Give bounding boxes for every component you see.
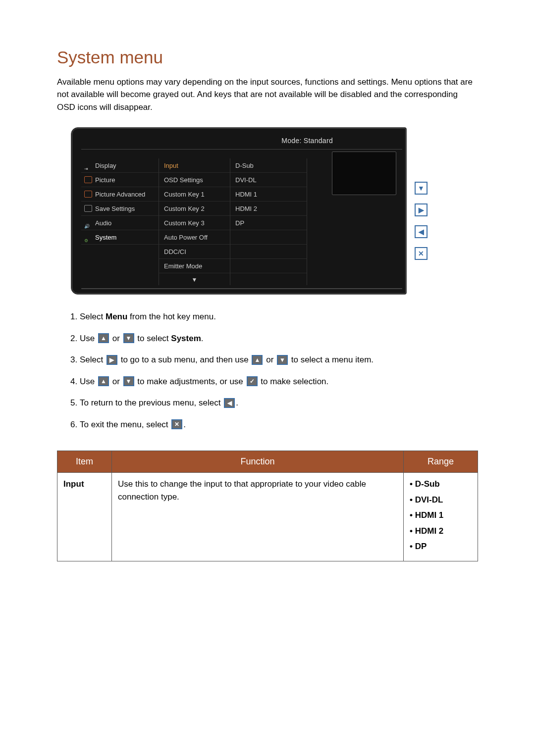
osd-value-menu: D-Sub DVI-DL HDMI 1 HDMI 2 DP — [230, 158, 307, 285]
audio-icon: 🔊 — [84, 219, 92, 226]
save-icon — [84, 205, 92, 212]
down-icon: ▼ — [123, 376, 134, 386]
osd-item-display[interactable]: ⇥Display — [81, 158, 159, 173]
osd-footer — [81, 288, 402, 290]
osd-sub-auto-power[interactable]: Auto Power Off — [159, 230, 230, 245]
range-hdmi2: HDMI 2 — [410, 525, 472, 538]
osd-sub-input[interactable]: Input — [159, 158, 230, 173]
osd-val-hdmi1[interactable]: HDMI 1 — [230, 187, 307, 202]
osd-item-picture-advanced[interactable]: Picture Advanced — [81, 187, 159, 202]
osd-val-dvidl[interactable]: DVI-DL — [230, 173, 307, 187]
osd-preview-box — [332, 151, 396, 195]
up-icon: ▲ — [252, 355, 263, 365]
osd-val-hdmi2[interactable]: HDMI 2 — [230, 202, 307, 216]
range-dsub: D-Sub — [410, 478, 472, 491]
up-icon: ▲ — [98, 376, 109, 386]
osd-panel: Mode: Standard ⇥Display Picture Picture … — [71, 127, 407, 295]
picture-adv-icon — [84, 191, 92, 198]
step-2: Use ▲ or ▼ to select System. — [80, 332, 478, 345]
side-right-button[interactable]: ▶ — [415, 203, 428, 216]
cell-item: Input — [57, 473, 112, 561]
side-down-button[interactable]: ▼ — [415, 182, 428, 195]
th-function: Function — [112, 451, 404, 473]
osd-main-menu: ⇥Display Picture Picture Advanced Save S… — [81, 158, 159, 285]
scroll-down-icon[interactable]: ▼ — [159, 273, 230, 285]
osd-item-save-settings[interactable]: Save Settings — [81, 202, 159, 216]
down-icon: ▼ — [123, 333, 134, 343]
instruction-list: Select Menu from the hot key menu. Use ▲… — [70, 310, 478, 431]
step-4: Use ▲ or ▼ to make adjustments, or use ✓… — [80, 375, 478, 388]
osd-mode-label: Mode: Standard — [81, 132, 402, 150]
range-hdmi1: HDMI 1 — [410, 509, 472, 522]
side-close-button[interactable]: ✕ — [415, 247, 428, 260]
step-5: To return to the previous menu, select ◀… — [80, 397, 478, 409]
osd-screenshot: Mode: Standard ⇥Display Picture Picture … — [71, 127, 478, 295]
osd-sub-emitter[interactable]: Emitter Mode — [159, 259, 230, 273]
osd-sub-ck1[interactable]: Custom Key 1 — [159, 187, 230, 202]
check-icon: ✓ — [247, 376, 258, 386]
osd-side-buttons: ▼ ▶ ◀ ✕ — [415, 182, 428, 260]
right-icon: ▶ — [107, 355, 117, 365]
system-icon: ⚙ — [84, 234, 92, 241]
osd-sub-osd-settings[interactable]: OSD Settings — [159, 173, 230, 187]
osd-val-dp[interactable]: DP — [230, 216, 307, 230]
step-3: Select ▶ to go to a sub menu, and then u… — [80, 353, 478, 366]
side-left-button[interactable]: ◀ — [415, 225, 428, 238]
step-6: To exit the menu, select ✕. — [80, 418, 478, 431]
left-icon: ◀ — [224, 398, 235, 408]
osd-sub-ck2[interactable]: Custom Key 2 — [159, 202, 230, 216]
down-icon: ▼ — [277, 355, 288, 365]
osd-sub-ck3[interactable]: Custom Key 3 — [159, 216, 230, 230]
page-title: System menu — [57, 45, 478, 71]
close-icon: ✕ — [171, 419, 182, 429]
th-range: Range — [404, 451, 478, 473]
step-1: Select Menu from the hot key menu. — [80, 310, 478, 323]
osd-sub-ddcci[interactable]: DDC/CI — [159, 245, 230, 259]
spec-table: Item Function Range Input Use this to ch… — [57, 451, 478, 561]
up-icon: ▲ — [98, 333, 109, 343]
intro-text: Available menu options may vary dependin… — [57, 76, 478, 114]
osd-val-dsub[interactable]: D-Sub — [230, 158, 307, 173]
display-icon: ⇥ — [84, 162, 92, 169]
range-dp: DP — [410, 540, 472, 553]
cell-function: Use this to change the input to that app… — [112, 473, 404, 561]
table-row: Input Use this to change the input to th… — [57, 473, 478, 561]
picture-icon — [84, 176, 92, 183]
osd-item-system[interactable]: ⚙System — [81, 230, 159, 245]
osd-item-picture[interactable]: Picture — [81, 173, 159, 187]
cell-range: D-Sub DVI-DL HDMI 1 HDMI 2 DP — [404, 473, 478, 561]
osd-item-audio[interactable]: 🔊Audio — [81, 216, 159, 230]
th-item: Item — [57, 451, 112, 473]
osd-sub-menu: Input OSD Settings Custom Key 1 Custom K… — [159, 158, 230, 285]
range-dvidl: DVI-DL — [410, 494, 472, 506]
